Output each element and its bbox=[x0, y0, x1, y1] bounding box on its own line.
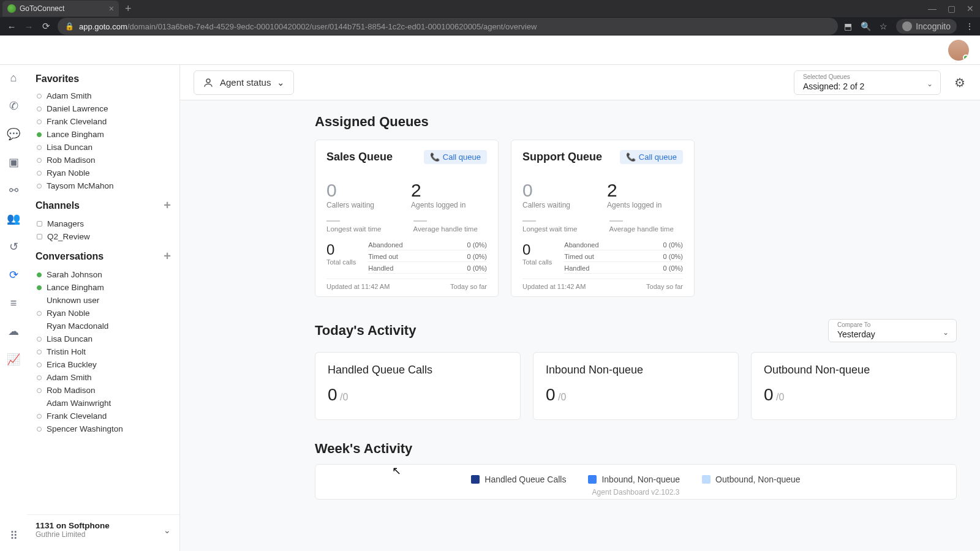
add-channel-button[interactable]: + bbox=[164, 198, 171, 212]
legend-item[interactable]: Outbound, Non-queue bbox=[702, 474, 801, 484]
phone-icon: 📞 bbox=[626, 152, 636, 162]
contacts-icon[interactable]: 👥 bbox=[7, 212, 20, 225]
call-queue-button[interactable]: 📞Call queue bbox=[620, 150, 683, 164]
back-button[interactable]: ← bbox=[6, 21, 17, 32]
sidebar-item-conversation[interactable]: Erica Buckley bbox=[36, 358, 171, 371]
selected-queues-dropdown[interactable]: Selected Queues Assigned: 2 of 2 ⌄ bbox=[794, 70, 941, 95]
call-queue-button[interactable]: 📞Call queue bbox=[424, 150, 487, 164]
add-conversation-button[interactable]: + bbox=[164, 249, 171, 263]
presence-dot bbox=[37, 132, 42, 137]
chevron-down-icon[interactable]: ⌄ bbox=[164, 525, 171, 535]
presence-dot bbox=[37, 94, 42, 99]
conversation-name: Frank Cleveland bbox=[47, 411, 107, 421]
sidebar-item-conversation[interactable]: Frank Cleveland bbox=[36, 410, 171, 422]
sidebar-item-favorite[interactable]: Rob Madison bbox=[36, 154, 171, 167]
sidebar-item-channel[interactable]: Managers bbox=[36, 217, 171, 230]
cloud-icon[interactable]: ☁ bbox=[7, 324, 20, 338]
close-tab-icon[interactable]: × bbox=[109, 4, 114, 13]
sidebar-item-conversation[interactable]: Tristin Holt bbox=[36, 345, 171, 358]
sidebar-item-conversation[interactable]: Adam Smith bbox=[36, 371, 171, 384]
queue-name: Support Queue bbox=[522, 151, 602, 163]
history-icon[interactable]: ↺ bbox=[7, 240, 20, 253]
channel-icon bbox=[37, 221, 42, 227]
avatar[interactable] bbox=[948, 40, 969, 61]
presence-dot bbox=[37, 388, 42, 393]
today-activity-title: Today's Activity bbox=[315, 323, 416, 339]
legend-item[interactable]: Handled Queue Calls bbox=[471, 474, 566, 484]
sidebar-item-conversation[interactable]: Adam Wainwright bbox=[36, 397, 171, 410]
new-tab-button[interactable]: + bbox=[125, 2, 132, 15]
sliders-icon[interactable]: ≡ bbox=[7, 296, 20, 310]
sidebar-footer[interactable]: 1131 on Softphone Guthrie Limited ⌄ bbox=[27, 514, 179, 545]
sidebar-item-conversation[interactable]: Rob Madison bbox=[36, 384, 171, 397]
sidebar-item-favorite[interactable]: Frank Cleveland bbox=[36, 115, 171, 128]
favorite-name: Taysom McMahon bbox=[47, 181, 114, 190]
activity-card-title: Outbound Non-queue bbox=[764, 364, 944, 377]
queue-card: Sales Queue 📞Call queue 0Callers waiting… bbox=[315, 140, 499, 297]
sidebar-item-conversation[interactable]: Lisa Duncan bbox=[36, 332, 171, 345]
window-minimize-icon[interactable]: — bbox=[928, 4, 937, 13]
activity-card: Handled Queue Calls 0 /0 bbox=[315, 352, 521, 420]
incognito-badge[interactable]: Incognito bbox=[896, 19, 957, 34]
channel-name: Managers bbox=[47, 219, 84, 228]
phone-icon[interactable]: ✆ bbox=[7, 99, 20, 113]
conversation-name: Rob Madison bbox=[47, 386, 96, 395]
favorite-name: Lisa Duncan bbox=[47, 143, 92, 152]
window-maximize-icon[interactable]: ▢ bbox=[948, 4, 956, 13]
conversation-name: Adam Smith bbox=[47, 373, 92, 382]
sidebar-item-conversation[interactable]: Ryan Macdonald bbox=[36, 320, 171, 332]
sidebar-item-conversation[interactable]: Ryan Noble bbox=[36, 307, 171, 320]
sidebar-item-favorite[interactable]: Daniel Lawrence bbox=[36, 102, 171, 115]
week-activity-card: Handled Queue CallsInbound, Non-queueOut… bbox=[315, 464, 957, 500]
sidebar-item-conversation[interactable]: Lance Bingham bbox=[36, 281, 171, 294]
bookmark-icon[interactable]: ☆ bbox=[880, 21, 888, 31]
sidebar-item-conversation[interactable]: Sarah Johnson bbox=[36, 268, 171, 281]
presence-dot bbox=[37, 285, 42, 290]
apps-icon[interactable]: ⠿ bbox=[7, 529, 20, 542]
phone-icon: 📞 bbox=[430, 152, 440, 162]
chat-icon[interactable]: 💬 bbox=[7, 127, 20, 141]
legend-item[interactable]: Inbound, Non-queue bbox=[588, 474, 680, 484]
voicemail-icon[interactable]: ⚯ bbox=[7, 184, 20, 197]
conversation-name: Sarah Johnson bbox=[47, 270, 102, 279]
reload-button[interactable]: ⟳ bbox=[40, 21, 51, 32]
version-label: Agent Dashboard v2.102.3 bbox=[328, 488, 944, 497]
presence-dot bbox=[37, 311, 42, 316]
sidebar-item-channel[interactable]: Q2_Review bbox=[36, 230, 171, 243]
chrome-menu-icon[interactable]: ⋮ bbox=[965, 21, 974, 31]
presence-dot bbox=[37, 298, 42, 303]
sidebar-item-favorite[interactable]: Lance Bingham bbox=[36, 128, 171, 141]
org-label: Guthrie Limited bbox=[36, 530, 110, 539]
video-icon[interactable]: ▣ bbox=[7, 156, 20, 169]
headset-icon[interactable]: ⟳ bbox=[7, 268, 20, 282]
favorite-name: Daniel Lawrence bbox=[47, 104, 108, 113]
address-bar[interactable]: 🔒 app.goto.com /domain/013a6beb-7e4d-452… bbox=[58, 18, 838, 35]
analytics-icon[interactable]: 📈 bbox=[7, 353, 20, 366]
sidebar-item-conversation[interactable]: Unknown user bbox=[36, 294, 171, 307]
channel-icon bbox=[37, 234, 42, 239]
svg-point-0 bbox=[206, 79, 210, 83]
zoom-icon[interactable]: 🔍 bbox=[861, 21, 871, 31]
assigned-queues-title: Assigned Queues bbox=[315, 114, 957, 130]
browser-tab[interactable]: GoToConnect × bbox=[2, 1, 119, 17]
sidebar-item-favorite[interactable]: Taysom McMahon bbox=[36, 179, 171, 192]
sidebar-item-favorite[interactable]: Adam Smith bbox=[36, 89, 171, 102]
incognito-icon bbox=[902, 21, 912, 31]
activity-compare: /0 bbox=[340, 392, 348, 402]
sidebar-item-conversation[interactable]: Spencer Washington bbox=[36, 422, 171, 435]
agent-status-dropdown[interactable]: Agent status ⌄ bbox=[194, 70, 294, 95]
window-close-icon[interactable]: ✕ bbox=[967, 4, 974, 13]
gear-icon[interactable]: ⚙ bbox=[953, 76, 967, 89]
nav-rail: ⌂ ✆ 💬 ▣ ⚯ 👥 ↺ ⟳ ≡ ☁ 📈 ⠿ bbox=[0, 65, 27, 551]
presence-dot bbox=[37, 145, 42, 150]
install-icon[interactable]: ⬒ bbox=[844, 21, 852, 31]
conversation-name: Lisa Duncan bbox=[47, 334, 92, 343]
activity-compare: /0 bbox=[558, 392, 566, 402]
chevron-down-icon: ⌄ bbox=[927, 80, 933, 88]
forward-button[interactable]: → bbox=[23, 21, 34, 32]
sidebar-item-favorite[interactable]: Lisa Duncan bbox=[36, 141, 171, 154]
week-activity-title: Week's Activity bbox=[315, 441, 957, 457]
home-icon[interactable]: ⌂ bbox=[7, 71, 20, 84]
compare-dropdown[interactable]: Compare To Yesterday ⌄ bbox=[828, 319, 957, 342]
sidebar-item-favorite[interactable]: Ryan Noble bbox=[36, 167, 171, 179]
